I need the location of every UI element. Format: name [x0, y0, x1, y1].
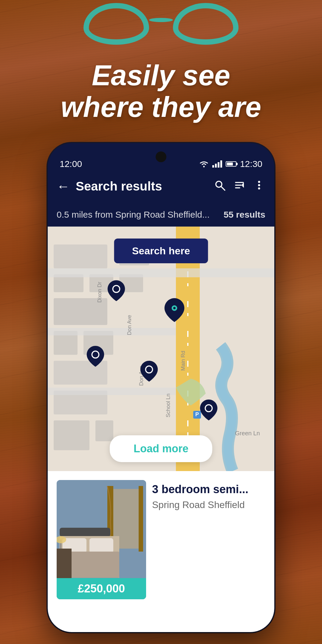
map-pin-2[interactable] [86, 346, 104, 368]
search-icon[interactable] [213, 179, 226, 194]
map-pin-1[interactable] [107, 280, 125, 302]
status-time-right: 12:30 [240, 159, 262, 169]
svg-text:Dixon Dr: Dixon Dr [97, 282, 103, 303]
app-header: ← Search results [48, 170, 274, 203]
svg-point-7 [258, 184, 260, 186]
results-location: 0.5 miles from Spring Road Sheffield... [57, 210, 210, 220]
map-pin-3[interactable] [140, 361, 158, 383]
svg-rect-57 [89, 538, 113, 553]
search-here-button[interactable]: Search here [114, 239, 208, 263]
glasses-left-lens [83, 3, 149, 45]
svg-text:Green Ln: Green Ln [235, 430, 260, 436]
property-location: Spring Road Sheffield [152, 499, 265, 510]
svg-rect-19 [95, 420, 113, 441]
map-area[interactable]: Don Ave Don Ave Dixon Dr School Ln Main … [48, 227, 274, 471]
svg-point-47 [92, 351, 99, 358]
svg-line-2 [221, 187, 225, 190]
svg-rect-31 [48, 268, 274, 277]
svg-point-48 [145, 366, 152, 373]
svg-point-49 [205, 405, 212, 412]
svg-rect-53 [139, 486, 143, 552]
status-right-icons: 12:30 [199, 159, 262, 169]
back-button[interactable]: ← [57, 179, 70, 194]
glasses-right-lens [173, 3, 239, 45]
results-count: 55 results [224, 210, 265, 220]
svg-text:Main Rd: Main Rd [180, 351, 186, 371]
phone-camera [156, 151, 166, 162]
battery-fill [227, 162, 233, 165]
property-details[interactable]: 3 bedroom semi... Spring Road Sheffield [152, 480, 265, 623]
phone-screen: 12:00 [48, 143, 274, 632]
status-time-left: 12:00 [60, 159, 82, 169]
property-title: 3 bedroom semi... [152, 483, 265, 496]
map-svg: Don Ave Don Ave Dixon Dr School Ln Main … [48, 227, 274, 471]
price-badge: £250,000 [57, 578, 146, 599]
wifi-icon [199, 161, 209, 167]
headline-section: Easily see where they are [0, 60, 322, 123]
sort-icon[interactable] [233, 179, 246, 194]
svg-text:School Ln: School Ln [165, 394, 171, 417]
load-more-button[interactable]: Load more [110, 435, 212, 462]
svg-text:Don Ave: Don Ave [126, 315, 132, 335]
header-title: Search results [76, 179, 213, 193]
signal-icon [212, 160, 222, 168]
bedroom-scene-svg [57, 480, 146, 587]
header-icons [213, 179, 265, 194]
map-pin-active[interactable] [164, 298, 185, 323]
property-section: £250,000 3 bedroom semi... Spring Road S… [48, 471, 274, 632]
svg-rect-10 [54, 244, 107, 268]
map-pin-4[interactable] [200, 400, 218, 422]
sub-header: 0.5 miles from Spring Road Sheffield... … [48, 203, 274, 227]
svg-point-6 [258, 181, 260, 183]
svg-point-46 [173, 307, 176, 309]
svg-text:P: P [195, 411, 199, 417]
svg-rect-54 [60, 528, 110, 537]
svg-point-43 [113, 286, 120, 292]
svg-rect-18 [54, 420, 89, 450]
headline-text: Easily see where they are [0, 60, 322, 123]
glasses-bridge [149, 18, 173, 22]
glasses-decoration [72, 0, 250, 54]
svg-rect-32 [48, 328, 176, 335]
svg-rect-33 [48, 388, 176, 395]
battery-icon [226, 161, 236, 167]
svg-point-8 [258, 187, 260, 189]
more-options-icon[interactable] [253, 179, 265, 194]
phone-mockup: 12:00 [48, 143, 274, 632]
property-image[interactable]: £250,000 [57, 480, 146, 599]
svg-point-0 [203, 166, 205, 168]
